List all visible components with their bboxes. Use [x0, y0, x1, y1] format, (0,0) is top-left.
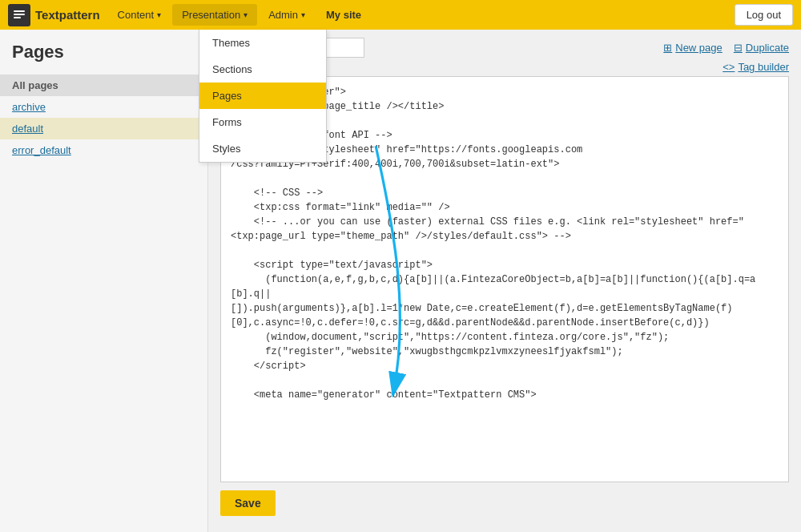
duplicate-button[interactable]: ⊟ Duplicate: [734, 42, 789, 54]
dropdown-forms[interactable]: Forms: [199, 109, 326, 135]
content-arrow-icon: ▾: [157, 10, 161, 19]
tag-builder-button[interactable]: <> Tag builder: [723, 61, 789, 73]
nav-presentation[interactable]: Presentation ▾: [172, 4, 257, 26]
sidebar-item-archive[interactable]: archive: [0, 96, 207, 118]
navbar: Textpattern Content ▾ Presentation ▾ Adm…: [0, 0, 801, 30]
duplicate-icon: ⊟: [734, 42, 743, 54]
brand-name: Textpattern: [35, 8, 100, 22]
nav-mysite[interactable]: My site: [316, 4, 371, 26]
nav-admin[interactable]: Admin ▾: [259, 4, 315, 26]
sidebar-item-error-default[interactable]: error_default: [0, 139, 207, 161]
dropdown-pages[interactable]: Pages: [199, 83, 326, 109]
svg-rect-0: [14, 10, 25, 12]
sidebar-item-default[interactable]: default: [0, 118, 207, 139]
dropdown-themes[interactable]: Themes: [199, 30, 326, 56]
dropdown-styles[interactable]: Styles: [199, 135, 326, 162]
brand: Textpattern: [8, 4, 100, 26]
save-button[interactable]: Save: [220, 490, 276, 516]
admin-arrow-icon: ▾: [301, 10, 305, 19]
new-page-icon: ⊞: [663, 42, 672, 54]
save-section: Save: [220, 482, 789, 524]
new-page-button[interactable]: ⊞ New page: [663, 42, 723, 54]
nav-content[interactable]: Content ▾: [108, 4, 171, 26]
presentation-dropdown: Themes Sections Pages Forms Styles: [199, 30, 327, 163]
sidebar: Pages All pages archive default error_de…: [0, 30, 208, 532]
svg-rect-2: [14, 17, 21, 18]
sidebar-section-header: All pages: [0, 75, 207, 96]
main-layout: Pages All pages archive default error_de…: [0, 30, 801, 532]
brand-icon: [8, 4, 30, 26]
toolbar-right: ⊞ New page ⊟ Duplicate: [663, 42, 789, 54]
nav-items: Content ▾ Presentation ▾ Admin ▾ My site: [108, 4, 735, 26]
page-title: Pages: [0, 42, 207, 75]
tag-builder-icon: <>: [723, 61, 735, 73]
presentation-arrow-icon: ▾: [244, 10, 248, 19]
logout-button[interactable]: Log out: [735, 4, 793, 26]
svg-rect-1: [14, 14, 25, 15]
dropdown-sections[interactable]: Sections: [199, 56, 326, 83]
